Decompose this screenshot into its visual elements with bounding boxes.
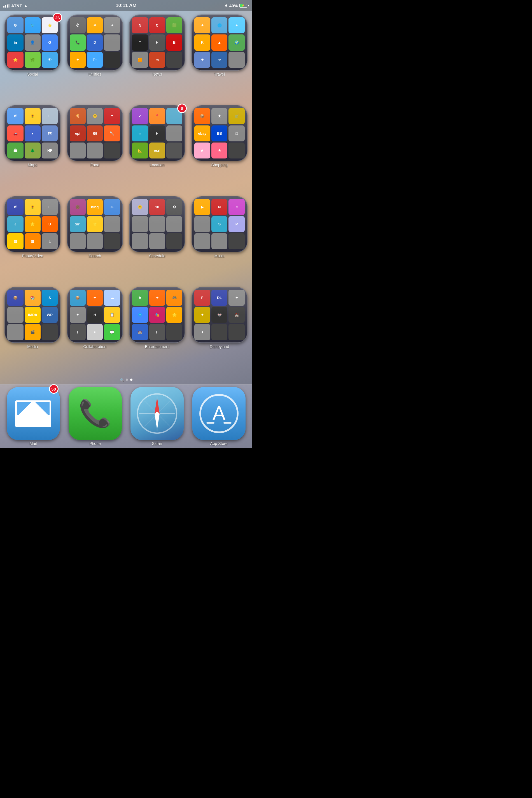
folder-entertainment[interactable]: h✦🎮💠🎭🌟🏰H Entertainment xyxy=(127,287,188,375)
appstore-icon[interactable]: A xyxy=(192,387,246,440)
mini-app: 📋 xyxy=(104,307,120,323)
page-dot-2[interactable] xyxy=(130,379,132,381)
entertainment-folder-icon[interactable]: h✦🎮💠🎭🌟🏰H xyxy=(129,287,185,343)
dock-app-appstore[interactable]: A App Store xyxy=(192,387,246,446)
dock-app-mail[interactable]: 50 Mail xyxy=(7,387,60,446)
mini-app xyxy=(70,233,86,249)
mini-app: 😊 xyxy=(132,199,148,215)
mini-app: 10 xyxy=(149,199,165,215)
battery-pct: 40% xyxy=(229,3,238,8)
mail-icon[interactable] xyxy=(7,387,60,440)
mini-app: D xyxy=(87,35,103,51)
mini-app: 📦 xyxy=(70,290,86,306)
mini-app: ⭐ xyxy=(25,216,41,232)
maps-label: Maps xyxy=(28,163,37,167)
folder-utilities[interactable]: ⏱☀✦📞DI✦T+ Utilities xyxy=(65,15,126,102)
folder-media[interactable]: 📦📚SIMDbWP🎬 Media xyxy=(2,287,63,375)
mini-app: 📍 xyxy=(149,108,165,124)
mini-app: ✦ xyxy=(87,290,103,306)
mini-app: N xyxy=(132,17,148,33)
mini-app: J xyxy=(7,216,23,232)
mini-app: 🍽 xyxy=(87,126,103,141)
music-folder-icon[interactable]: ▶N♫SP xyxy=(191,196,248,252)
folder-schedule[interactable]: 😊10⚙ Schedule xyxy=(127,196,188,284)
mini-app: □ xyxy=(42,199,58,215)
mini-app: U xyxy=(42,216,58,232)
mini-app: 📞 xyxy=(70,35,86,51)
mini-app: 🌻 xyxy=(25,199,41,215)
mini-app xyxy=(228,142,244,158)
folder-photovideo[interactable]: ↺🌻□J⭐U▦▦L Photo/Video xyxy=(2,196,63,284)
mini-app: H xyxy=(149,324,165,340)
mini-app: H xyxy=(87,307,103,323)
dock-app-safari[interactable]: Safari xyxy=(131,387,184,446)
mini-app xyxy=(70,142,86,158)
mini-app: 🌐 xyxy=(211,17,227,33)
status-right: ✱ 40% ⚡ xyxy=(225,3,249,8)
search-icon[interactable]: 🔍 xyxy=(119,378,124,382)
phone-icon[interactable]: 📞 xyxy=(69,387,122,440)
search-folder-icon[interactable]: 🐻bingGSiri⭐ xyxy=(67,196,123,252)
mini-app: bing xyxy=(87,199,103,215)
mini-app: Y xyxy=(104,108,120,124)
folder-travel[interactable]: ✈🌐✦K▲🌍✈➜ Travel xyxy=(189,15,250,102)
mini-app: P xyxy=(228,216,244,232)
photovideo-label: Photo/Video xyxy=(22,254,43,258)
mini-app xyxy=(194,233,210,249)
folder-news[interactable]: NC🟩THB🟧m News xyxy=(127,15,188,102)
mini-app: 🟩 xyxy=(166,17,182,33)
safari-label: Safari xyxy=(152,441,162,446)
page-dot-1[interactable] xyxy=(126,379,128,381)
mini-app: 👤 xyxy=(25,35,41,51)
bluetooth-icon: ✱ xyxy=(225,4,228,8)
mini-app: 😊 xyxy=(87,108,103,124)
mini-app: □ xyxy=(42,108,58,124)
utilities-folder-icon[interactable]: ⏱☀✦📞DI✦T+ xyxy=(67,15,123,71)
folder-social[interactable]: G🐦⭐in👤G⭐🌿👁 26 Social xyxy=(2,15,63,102)
folder-music[interactable]: ▶N♫SP Music xyxy=(189,196,250,284)
mini-app: S xyxy=(211,216,227,232)
mini-app: esri xyxy=(149,142,165,158)
media-folder-icon[interactable]: 📦📚SIMDbWP🎬 xyxy=(4,287,60,343)
social-folder-icon[interactable]: G🐦⭐in👤G⭐🌿👁 26 xyxy=(4,15,60,71)
folder-location[interactable]: ✓📍∞H📐esri 8 Location xyxy=(127,105,188,193)
maps-folder-icon[interactable]: ↺🌻□🚗●🗺🏔🌲HF xyxy=(4,105,60,161)
entertainment-label: Entertainment xyxy=(145,344,169,349)
mini-app: ✦ xyxy=(104,17,120,33)
mini-app xyxy=(166,52,182,68)
mini-app: ⚙ xyxy=(166,199,182,215)
travel-folder-icon[interactable]: ✈🌐✦K▲🌍✈➜ xyxy=(191,15,248,71)
mini-app: 🎬 xyxy=(25,324,41,340)
shopping-folder-icon[interactable]: 📦★🛒ebayBB□★★ xyxy=(191,105,248,161)
mini-app: ➜ xyxy=(211,52,227,68)
travel-label: Travel xyxy=(214,72,225,76)
folder-collaboration[interactable]: 📦✦☁✦H📋I✦💬 Collaboration xyxy=(65,287,126,375)
status-bar: AT&T ▲ 10:11 AM ✱ 40% ⚡ xyxy=(0,0,252,11)
news-folder-icon[interactable]: NC🟩THB🟧m xyxy=(129,15,185,71)
folder-search[interactable]: 🐻bingGSiri⭐ Search xyxy=(65,196,126,284)
mini-app: ★ xyxy=(211,142,227,158)
location-folder-icon[interactable]: ✓📍∞H📐esri 8 xyxy=(129,105,185,161)
mini-app: ✦ xyxy=(87,324,103,340)
mini-app: ✈ xyxy=(194,17,210,33)
svg-marker-5 xyxy=(154,397,159,414)
schedule-folder-icon[interactable]: 😊10⚙ xyxy=(129,196,185,252)
mini-app: 🗺 xyxy=(42,126,58,141)
photovideo-folder-icon[interactable]: ↺🌻□J⭐U▦▦L xyxy=(4,196,60,252)
collaboration-folder-icon[interactable]: 📦✦☁✦H📋I✦💬 xyxy=(67,287,123,343)
safari-icon[interactable] xyxy=(131,387,184,440)
mini-app: G xyxy=(42,35,58,51)
dock-app-phone[interactable]: 📞 Phone xyxy=(69,387,122,446)
page-dots: 🔍 xyxy=(0,375,252,384)
food-folder-icon[interactable]: 🍕😊Yepi🍽🥄 xyxy=(67,105,123,161)
folder-disneyland[interactable]: FDL✦✦🐭🏰✦ Disneyland xyxy=(189,287,250,375)
folder-shopping[interactable]: 📦★🛒ebayBB□★★ Shopping xyxy=(189,105,250,193)
mini-app: ⭐ xyxy=(87,216,103,232)
mini-app: WP xyxy=(42,307,58,323)
folder-maps[interactable]: ↺🌻□🚗●🗺🏔🌲HF Maps xyxy=(2,105,63,193)
mini-app: BB xyxy=(211,126,227,141)
mini-app xyxy=(228,233,244,249)
folder-food[interactable]: 🍕😊Yepi🍽🥄 Food xyxy=(65,105,126,193)
disneyland-folder-icon[interactable]: FDL✦✦🐭🏰✦ xyxy=(191,287,248,343)
mini-app: ✦ xyxy=(228,290,244,306)
